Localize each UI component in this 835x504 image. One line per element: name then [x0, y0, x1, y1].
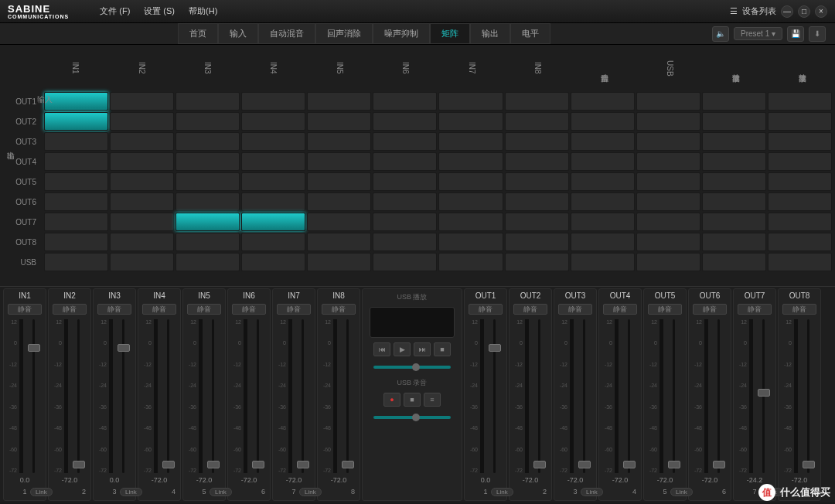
mute-button[interactable]: 静音: [469, 304, 503, 315]
fader-knob[interactable]: [73, 461, 85, 468]
fader[interactable]: [25, 319, 43, 473]
matrix-cell[interactable]: [571, 253, 635, 271]
fader-knob[interactable]: [252, 461, 264, 468]
fader[interactable]: [339, 319, 356, 473]
mute-button[interactable]: 静音: [738, 304, 772, 315]
mute-button[interactable]: 静音: [513, 304, 547, 315]
matrix-cell[interactable]: [768, 172, 832, 191]
fader[interactable]: [755, 319, 772, 473]
fader-knob[interactable]: [578, 461, 591, 468]
mute-button[interactable]: 静音: [97, 304, 131, 315]
matrix-cell[interactable]: [110, 253, 174, 271]
matrix-cell[interactable]: [505, 213, 569, 231]
matrix-cell[interactable]: [636, 213, 700, 231]
matrix-cell[interactable]: [241, 213, 305, 231]
fader-knob[interactable]: [533, 461, 546, 468]
mute-button[interactable]: 静音: [782, 304, 816, 315]
menu-file[interactable]: 文件 (F): [100, 5, 130, 17]
matrix-cell[interactable]: [44, 152, 108, 171]
matrix-cell[interactable]: [768, 192, 832, 211]
fader-knob[interactable]: [758, 389, 770, 397]
matrix-cell[interactable]: [241, 132, 305, 151]
fader[interactable]: [710, 319, 728, 473]
matrix-cell[interactable]: [307, 152, 371, 171]
matrix-cell[interactable]: [44, 112, 108, 131]
matrix-cell[interactable]: [307, 213, 371, 231]
matrix-cell[interactable]: [702, 253, 766, 271]
matrix-cell[interactable]: [438, 253, 503, 271]
minimize-button[interactable]: —: [781, 5, 793, 18]
matrix-cell[interactable]: [176, 152, 240, 171]
matrix-cell[interactable]: [571, 132, 635, 151]
matrix-cell[interactable]: [571, 233, 635, 251]
matrix-cell[interactable]: [241, 92, 305, 111]
mute-button[interactable]: 静音: [693, 304, 727, 315]
fader-knob[interactable]: [713, 461, 725, 468]
fader-knob[interactable]: [207, 461, 220, 468]
matrix-cell[interactable]: [438, 233, 503, 251]
matrix-cell[interactable]: [636, 192, 700, 211]
fader[interactable]: [204, 319, 222, 473]
matrix-cell[interactable]: [505, 112, 569, 131]
matrix-cell[interactable]: [176, 192, 240, 211]
matrix-cell[interactable]: [176, 253, 240, 271]
fader[interactable]: [294, 319, 312, 473]
matrix-cell[interactable]: [636, 253, 700, 271]
fader-knob[interactable]: [28, 344, 40, 352]
matrix-cell[interactable]: [636, 152, 700, 171]
matrix-cell[interactable]: [702, 152, 766, 171]
fader[interactable]: [575, 319, 593, 473]
usb-play-slider[interactable]: [373, 366, 451, 369]
matrix-cell[interactable]: [438, 213, 503, 231]
matrix-cell[interactable]: [571, 152, 635, 171]
matrix-cell[interactable]: [768, 253, 832, 271]
matrix-cell[interactable]: [636, 92, 700, 111]
matrix-cell[interactable]: [768, 152, 832, 171]
matrix-cell[interactable]: [44, 233, 108, 251]
fader[interactable]: [70, 319, 87, 473]
matrix-cell[interactable]: [44, 172, 108, 191]
mute-button[interactable]: 静音: [603, 304, 637, 315]
preset-dropdown[interactable]: Preset 1 ▾: [734, 27, 782, 40]
close-button[interactable]: ×: [815, 5, 827, 18]
download-icon[interactable]: ⬇: [809, 26, 826, 42]
matrix-cell[interactable]: [241, 233, 305, 251]
tab-5[interactable]: 矩阵: [430, 23, 470, 44]
matrix-cell[interactable]: [505, 192, 569, 211]
matrix-cell[interactable]: [110, 172, 174, 191]
matrix-cell[interactable]: [702, 172, 766, 191]
link-button[interactable]: Link: [491, 488, 513, 496]
fader-knob[interactable]: [118, 344, 130, 352]
usb-rec-slider[interactable]: [373, 416, 451, 419]
matrix-cell[interactable]: [307, 132, 371, 151]
matrix-cell[interactable]: [373, 233, 437, 251]
tab-0[interactable]: 首页: [178, 23, 218, 44]
fader[interactable]: [665, 319, 683, 473]
fader[interactable]: [620, 319, 638, 473]
matrix-cell[interactable]: [241, 112, 305, 131]
fader-knob[interactable]: [297, 461, 309, 468]
fader-knob[interactable]: [342, 461, 354, 468]
fader[interactable]: [486, 319, 503, 473]
matrix-cell[interactable]: [373, 253, 437, 271]
matrix-cell[interactable]: [636, 112, 700, 131]
rec-list-button[interactable]: ≡: [424, 393, 441, 407]
fader[interactable]: [114, 319, 132, 473]
matrix-cell[interactable]: [307, 92, 371, 111]
matrix-cell[interactable]: [307, 172, 371, 191]
matrix-cell[interactable]: [438, 112, 503, 131]
matrix-cell[interactable]: [373, 92, 437, 111]
mute-button[interactable]: 静音: [648, 304, 682, 315]
link-button[interactable]: Link: [30, 488, 53, 496]
device-list-button[interactable]: 设备列表: [742, 5, 776, 17]
fader-knob[interactable]: [489, 344, 501, 352]
link-button[interactable]: Link: [581, 488, 603, 496]
matrix-cell[interactable]: [241, 172, 305, 191]
fader-knob[interactable]: [623, 461, 636, 468]
matrix-cell[interactable]: [241, 192, 305, 211]
menu-help[interactable]: 帮助(H): [189, 5, 217, 17]
matrix-cell[interactable]: [110, 233, 174, 251]
matrix-cell[interactable]: [505, 132, 569, 151]
tab-1[interactable]: 输入: [218, 23, 258, 44]
fader[interactable]: [799, 319, 817, 473]
